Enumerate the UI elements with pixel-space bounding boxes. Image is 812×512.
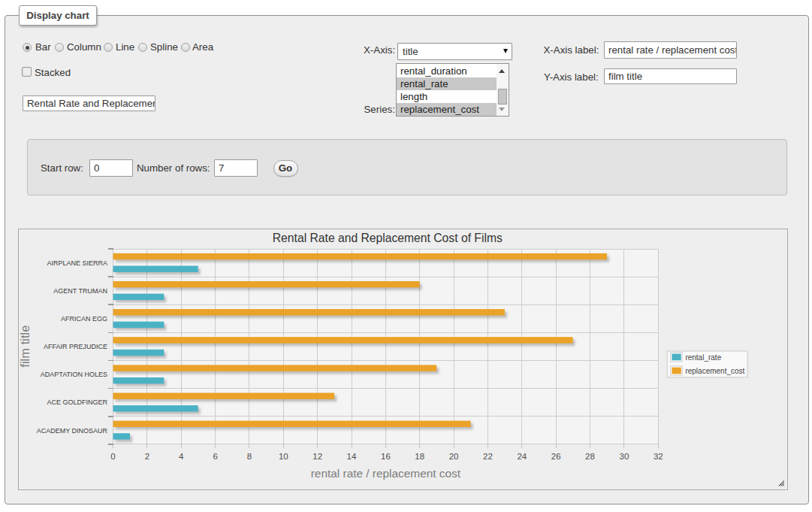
svg-text:30: 30 xyxy=(620,452,629,461)
svg-text:AFRICAN EGG: AFRICAN EGG xyxy=(61,315,107,323)
svg-text:AFFAIR PREJUDICE: AFFAIR PREJUDICE xyxy=(44,343,107,350)
svg-text:6: 6 xyxy=(213,452,217,461)
svg-text:8: 8 xyxy=(247,452,252,461)
svg-text:replacement_cost: replacement_cost xyxy=(685,367,744,375)
svg-text:ACE GOLDFINGER: ACE GOLDFINGER xyxy=(47,398,107,406)
svg-text:ADAPTATION HOLES: ADAPTATION HOLES xyxy=(41,371,107,378)
svg-text:0: 0 xyxy=(110,452,115,461)
svg-text:22: 22 xyxy=(483,452,493,461)
svg-text:AIRPLANE SIERRA: AIRPLANE SIERRA xyxy=(47,259,107,267)
svg-text:rental rate / replacement cost: rental rate / replacement cost xyxy=(311,467,461,480)
svg-text:12: 12 xyxy=(312,452,322,461)
svg-text:2: 2 xyxy=(145,452,149,461)
svg-text:32: 32 xyxy=(654,452,663,461)
svg-text:ACADEMY DINOSAUR: ACADEMY DINOSAUR xyxy=(37,427,108,435)
svg-text:4: 4 xyxy=(179,452,184,461)
svg-text:rental_rate: rental_rate xyxy=(685,353,721,362)
svg-text:14: 14 xyxy=(347,452,357,461)
svg-text:20: 20 xyxy=(449,452,459,461)
svg-text:16: 16 xyxy=(381,452,391,461)
svg-text:Rental Rate and Replacement Co: Rental Rate and Replacement Cost of Film… xyxy=(273,232,503,244)
svg-text:film title: film title xyxy=(18,325,32,367)
svg-text:28: 28 xyxy=(585,452,595,461)
svg-text:10: 10 xyxy=(279,452,288,461)
svg-text:AGENT TRUMAN: AGENT TRUMAN xyxy=(53,287,107,295)
svg-text:24: 24 xyxy=(517,452,527,461)
svg-text:26: 26 xyxy=(551,452,561,461)
svg-text:18: 18 xyxy=(415,452,424,461)
